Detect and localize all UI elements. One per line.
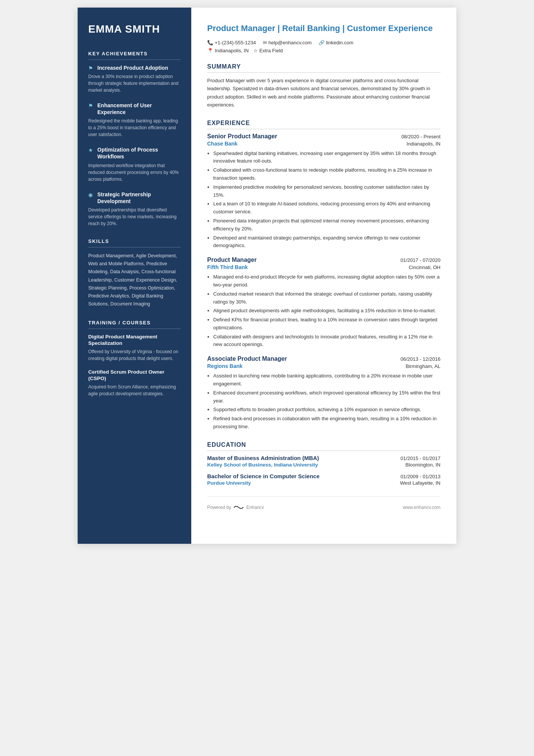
edu-1-sub: Kelley School of Business, Indiana Unive… — [207, 462, 440, 468]
list-item: Aligned product developments with agile … — [213, 307, 440, 315]
list-item: Developed and maintained strategic partn… — [213, 234, 440, 250]
summary-title: SUMMARY — [207, 63, 440, 73]
job-3-bullets: Assisted in launching new mobile banking… — [207, 372, 440, 431]
job-3-header: Associate Product Manager 06/2013 - 12/2… — [207, 355, 440, 362]
brand-name: Enhancv — [246, 505, 264, 510]
resume-container: EMMA SMITH KEY ACHIEVEMENTS ⚑ Increased … — [78, 8, 456, 544]
edu-2-sub: Purdue University West Lafayette, IN — [207, 480, 440, 486]
job-1-dates: 08/2020 - Present — [401, 134, 440, 139]
candidate-name: EMMA SMITH — [88, 23, 181, 36]
list-item: Collaborated with designers and technolo… — [213, 333, 440, 349]
training-title-1: Digital Product Management Specializatio… — [88, 333, 181, 347]
edu-2-dates: 01/2009 - 01/2013 — [400, 474, 440, 479]
experience-title: EXPERIENCE — [207, 120, 440, 129]
edu-1-dates: 01/2015 - 01/2017 — [400, 455, 440, 461]
education-section: EDUCATION Master of Business Administrat… — [207, 441, 440, 486]
skills-title: SKILLS — [88, 238, 181, 247]
achievement-icon-2: ⚑ — [88, 103, 94, 109]
summary-section: SUMMARY Product Manager with over 5 year… — [207, 63, 440, 109]
list-item: Conducted market research that informed … — [213, 290, 440, 306]
achievement-title-3: Optimization of Process Workflows — [97, 146, 181, 160]
list-item: Pioneered data integration projects that… — [213, 217, 440, 233]
enhancv-logo-icon — [233, 504, 244, 510]
experience-section: EXPERIENCE Senior Product Manager 08/202… — [207, 120, 440, 431]
job-1-bullets: Spearheaded digital banking initiatives,… — [207, 150, 440, 250]
footer-powered: Powered by Enhancv — [207, 504, 264, 510]
location-row: 📍 Indianapolis, IN ☆ Extra Field — [207, 48, 440, 53]
main-content: Product Manager | Retail Banking | Custo… — [191, 8, 456, 544]
achievements-section: KEY ACHIEVEMENTS ⚑ Increased Product Ado… — [88, 51, 181, 227]
achievement-2: ⚑ Enhancement of User Experience Redesig… — [88, 102, 181, 138]
job-2-bullets: Managed end-to-end product lifecycle for… — [207, 273, 440, 349]
email-address: help@enhancv.com — [269, 40, 312, 45]
linkedin-url: linkedin.com — [326, 40, 353, 45]
edu-2-header: Bachelor of Science in Computer Science … — [207, 473, 440, 479]
powered-by-label: Powered by — [207, 505, 231, 510]
achievement-desc-1: Drove a 30% increase in product adoption… — [88, 73, 181, 94]
job-2-header: Product Manager 01/2017 - 07/2020 — [207, 257, 440, 263]
edu-2-degree: Bachelor of Science in Computer Science — [207, 473, 320, 479]
linkedin-icon: 🔗 — [319, 40, 325, 45]
skills-section: SKILLS Product Management, Agile Develop… — [88, 238, 181, 308]
achievement-1: ⚑ Increased Product Adoption Drove a 30%… — [88, 64, 181, 94]
training-desc-1: Offered by University of Virginia - focu… — [88, 348, 181, 362]
education-title: EDUCATION — [207, 441, 440, 451]
contact-phone: 📞 +1-(234)-555-1234 — [207, 40, 256, 45]
achievement-3: ★ Optimization of Process Workflows Impl… — [88, 146, 181, 182]
edu-2-school: Purdue University — [207, 480, 251, 486]
job-2-dates: 01/2017 - 07/2020 — [400, 257, 440, 263]
training-1: Digital Product Management Specializatio… — [88, 333, 181, 362]
list-item: Supported efforts to broaden product por… — [213, 406, 440, 414]
achievement-icon-4: ◉ — [88, 192, 94, 198]
job-2-location: Cincinnati, OH — [409, 265, 440, 270]
job-3-title: Associate Product Manager — [207, 355, 287, 362]
extra-field-text: Extra Field — [259, 48, 283, 53]
contact-linkedin: 🔗 linkedin.com — [319, 40, 353, 45]
achievement-desc-2: Redesigned the mobile banking app, leadi… — [88, 117, 181, 138]
contact-email: ✉ help@enhancv.com — [263, 40, 312, 45]
achievement-icon-1: ⚑ — [88, 65, 94, 71]
job-2-company: Fifth Third Bank — [207, 264, 248, 270]
list-item: Collaborated with cross-functional teams… — [213, 166, 440, 182]
achievement-title-2: Enhancement of User Experience — [97, 102, 181, 116]
edu-1-header: Master of Business Administration (MBA) … — [207, 455, 440, 461]
job-1-company: Chase Bank — [207, 141, 237, 147]
sidebar: EMMA SMITH KEY ACHIEVEMENTS ⚑ Increased … — [78, 8, 191, 544]
achievement-desc-4: Developed partnerships that diversified … — [88, 207, 181, 227]
achievement-icon-3: ★ — [88, 147, 94, 153]
list-item: Managed end-to-end product lifecycle for… — [213, 273, 440, 289]
list-item: Implemented predictive modeling for pers… — [213, 183, 440, 199]
achievement-4: ◉ Strategic Partnership Development Deve… — [88, 191, 181, 227]
location-icon: 📍 — [207, 48, 213, 53]
job-3-dates: 06/2013 - 12/2016 — [400, 356, 440, 362]
training-title-2: Certified Scrum Product Owner (CSPO) — [88, 369, 181, 382]
footer-website: www.enhancv.com — [403, 505, 440, 510]
job-1-title: Senior Product Manager — [207, 133, 277, 140]
job-1-sub: Chase Bank Indianapolis, IN — [207, 141, 440, 147]
training-2: Certified Scrum Product Owner (CSPO) Acq… — [88, 369, 181, 397]
job-1-header: Senior Product Manager 08/2020 - Present — [207, 133, 440, 140]
job-3-sub: Regions Bank Birmingham, AL — [207, 363, 440, 369]
location-text: Indianapolis, IN — [215, 48, 249, 53]
list-item: Refined back-end processes in collaborat… — [213, 415, 440, 431]
edu-1-degree: Master of Business Administration (MBA) — [207, 455, 319, 461]
job-3-company: Regions Bank — [207, 363, 242, 369]
edu-1-location: Bloomington, IN — [406, 462, 441, 468]
main-headline: Product Manager | Retail Banking | Custo… — [207, 23, 440, 34]
email-icon: ✉ — [263, 40, 267, 45]
list-item: Enhanced document processing workflows, … — [213, 389, 440, 405]
list-item: Led a team of 10 to integrate AI-based s… — [213, 200, 440, 216]
job-2-sub: Fifth Third Bank Cincinnati, OH — [207, 264, 440, 270]
job-3-location: Birmingham, AL — [406, 363, 440, 369]
summary-text: Product Manager with over 5 years experi… — [207, 77, 440, 109]
training-section: TRAINING / COURSES Digital Product Manag… — [88, 320, 181, 397]
main-footer: Powered by Enhancv www.enhancv.com — [207, 496, 440, 510]
list-item: Spearheaded digital banking initiatives,… — [213, 150, 440, 166]
job-1-location: Indianapolis, IN — [406, 141, 440, 147]
extra-field-icon: ☆ — [253, 48, 258, 53]
training-title: TRAINING / COURSES — [88, 320, 181, 329]
edu-2-location: West Lafayette, IN — [400, 480, 440, 486]
achievements-title: KEY ACHIEVEMENTS — [88, 51, 181, 60]
achievement-title-4: Strategic Partnership Development — [97, 191, 181, 205]
edu-1-school: Kelley School of Business, Indiana Unive… — [207, 462, 318, 468]
